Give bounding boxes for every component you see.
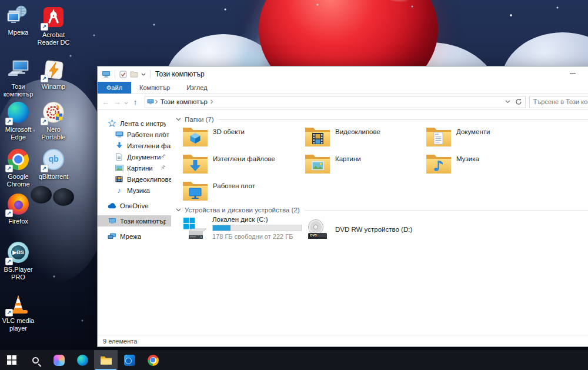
folder-icon-music (425, 152, 452, 177)
folder-label: Документи (456, 128, 490, 150)
desktop-icon-bsplayer[interactable]: ▶BS ↗ BS.Player PRO (0, 241, 36, 281)
title-bar[interactable]: Този компютър (98, 66, 588, 82)
desktop-icon-chrome[interactable]: ↗ Google Chrome (0, 148, 36, 188)
window-title: Този компютър (155, 70, 205, 78)
taskbar-file-explorer-button[interactable] (94, 350, 118, 370)
recent-locations-chevron-icon[interactable] (123, 96, 130, 107)
folder-tile-desktop[interactable]: Работен плот (182, 179, 299, 204)
desktop-icon-label: Google Chrome (0, 173, 36, 188)
drive-tile-local-disk-c[interactable]: Локален диск (C:) 178 ГБ свободни от 222… (182, 216, 302, 243)
sidebar-item-network[interactable]: Мрежа (98, 231, 171, 242)
folder-icon-videos (304, 125, 331, 150)
address-bar[interactable]: Този компютър (145, 96, 526, 108)
pictures-icon (115, 164, 123, 172)
shortcut-arrow-icon: ↗ (5, 118, 13, 125)
maximize-button[interactable] (582, 66, 588, 81)
file-explorer-window: Този компютър Файл Компютър Изглед ← → ↑… (97, 66, 588, 347)
desktop-icon-label: Acrobat Reader DC (35, 31, 72, 46)
desktop-icon-edge[interactable]: ↗ Microsoft Edge (0, 101, 36, 141)
search-icon (32, 357, 39, 364)
folder-tile-videos[interactable]: Видеоклипове (304, 125, 422, 150)
search-box[interactable] (529, 96, 588, 108)
group-header-folders[interactable]: Папки (7) (176, 116, 588, 123)
toolbar-separator (150, 70, 151, 78)
folder-tile-downloads[interactable]: Изтеглени файлове (182, 152, 299, 177)
vlc-icon: ↗ (7, 293, 29, 315)
music-note-icon: ♪ (115, 186, 123, 195)
taskbar-copilot-button[interactable] (47, 350, 71, 370)
shortcut-arrow-icon: ↗ (5, 209, 13, 217)
folder-tile-documents[interactable]: Документи (425, 125, 543, 150)
taskbar-chrome-button[interactable] (141, 350, 165, 370)
nero-portable-icon: ↗ (42, 102, 65, 124)
taskbar (0, 350, 588, 370)
taskbar-outlook-button[interactable] (118, 350, 141, 370)
folder-label: 3D обекти (213, 128, 245, 150)
collapse-chevron-icon[interactable] (176, 118, 181, 121)
network-icon (108, 232, 116, 241)
group-header-devices[interactable]: Устройства и дискови устройства (2) (176, 206, 588, 214)
sidebar-item-documents[interactable]: Документи (98, 151, 171, 162)
desktop-icon-label: VLC media player (0, 317, 36, 332)
breadcrumb-this-pc[interactable]: Този компютър (158, 98, 210, 105)
microsoft-edge-icon (77, 355, 88, 366)
folder-icon-desktop (182, 179, 209, 204)
network-globe-icon (7, 5, 29, 27)
search-input[interactable] (530, 98, 588, 105)
desktop-icon-firefox[interactable]: ↗ Firefox (0, 193, 36, 225)
address-dropdown-chevron-icon[interactable] (505, 100, 510, 104)
tab-computer[interactable]: Компютър (131, 82, 178, 94)
pin-icon (160, 165, 166, 172)
taskbar-edge-button[interactable] (71, 350, 94, 370)
shortcut-arrow-icon: ↗ (41, 23, 48, 31)
folder-tile-pictures[interactable]: Картини (304, 152, 422, 177)
drive-free-space: 178 ГБ свободни от 222 ГБ (212, 233, 302, 240)
desktop-icon-qbittorrent[interactable]: qb ↗ qBittorrent (35, 148, 72, 181)
sidebar-item-desktop[interactable]: Работен плот (98, 129, 171, 140)
this-pc-icon (7, 59, 29, 81)
desktop-icon-acrobat[interactable]: ↗ Acrobat Reader DC (35, 6, 72, 46)
drive-tile-dvd-rw[interactable]: DVD DVD RW устройство (D:) (304, 218, 425, 245)
tab-view[interactable]: Изглед (178, 82, 215, 94)
desktop-icon-winamp[interactable]: ↗ Winamp (35, 59, 72, 91)
customize-toolbar-chevron-icon[interactable] (141, 73, 146, 76)
pin-icon (160, 142, 166, 149)
desktop-icon-nero[interactable]: ↗ Nero Portable (35, 101, 72, 141)
sidebar-item-quick-access[interactable]: Лента с инструменти (98, 118, 171, 129)
desktop-icon-label: Мрежа (0, 29, 36, 36)
local-disk-icon (182, 216, 209, 243)
desktop-icon-vlc[interactable]: ↗ VLC media player (0, 293, 36, 332)
copilot-icon (54, 355, 65, 366)
desktop-icon-this-pc[interactable]: Този компютър (0, 59, 36, 98)
sidebar-item-this-pc[interactable]: Този компютър (98, 215, 171, 226)
google-chrome-icon (148, 355, 159, 366)
folder-tile-music[interactable]: Музика (425, 152, 543, 177)
toolbar-separator (115, 70, 115, 78)
collapse-chevron-icon[interactable] (176, 208, 181, 212)
properties-checkbox-icon[interactable] (119, 71, 127, 78)
folder-label: Музика (456, 155, 479, 177)
folder-tile-3d-objects[interactable]: 3D обекти (182, 125, 299, 150)
sidebar-item-downloads[interactable]: Изтеглени файл (98, 140, 171, 151)
desktop-icon-network[interactable]: Мрежа (0, 5, 36, 36)
sidebar-item-videos[interactable]: Видеоклипове (98, 174, 171, 185)
drive-name: Локален диск (C:) (212, 216, 302, 223)
taskbar-search-button[interactable] (24, 350, 47, 370)
tab-file[interactable]: Файл (98, 82, 131, 94)
forward-button[interactable]: → (111, 98, 122, 106)
new-folder-icon[interactable] (130, 71, 138, 78)
sidebar-item-music[interactable]: ♪ Музика (98, 185, 171, 196)
sidebar-item-onedrive[interactable]: OneDrive (98, 200, 171, 211)
breadcrumb-chevron-icon[interactable] (210, 99, 213, 104)
pin-icon (160, 154, 166, 161)
group-header-rule (219, 119, 588, 120)
minimize-button[interactable] (564, 66, 582, 81)
sidebar-item-label: Този компютър (120, 218, 166, 225)
refresh-icon[interactable] (515, 98, 522, 105)
start-button[interactable] (0, 350, 24, 370)
back-button[interactable]: ← (100, 98, 111, 106)
up-button[interactable]: ↑ (129, 98, 141, 106)
desktop-folder-icon (115, 130, 123, 139)
sidebar-item-pictures[interactable]: Картини (98, 162, 171, 174)
item-count: 9 елемента (103, 338, 137, 345)
